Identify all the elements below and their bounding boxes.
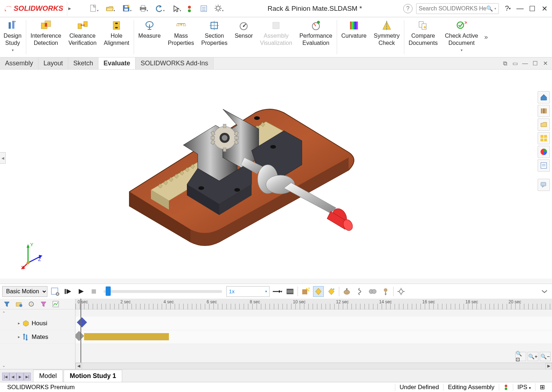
orientation-triad[interactable]: Y Z X <box>21 241 46 270</box>
clearance-verification-button[interactable]: Clearance Verification <box>65 17 100 57</box>
logo-menu-arrow[interactable]: ▶ <box>67 1 73 16</box>
open-document-button[interactable]: ▾ <box>102 3 118 15</box>
tree-expand-icon[interactable]: ▸ <box>18 321 20 326</box>
scroll-left-icon[interactable]: ◀ <box>75 363 82 369</box>
add-key-icon[interactable]: + <box>326 286 337 297</box>
symmetry-check-button[interactable]: Symmetry Check <box>370 17 403 57</box>
autokey-icon[interactable] <box>313 286 324 297</box>
help-search-box[interactable]: 🔍 ▾ <box>416 3 499 14</box>
bottom-tab-model[interactable]: Model <box>33 370 63 382</box>
window-close-button[interactable]: ✕ <box>538 3 551 15</box>
filter-results-icon[interactable] <box>38 299 49 309</box>
hole-alignment-button[interactable]: Hole Alignment <box>100 17 133 57</box>
custom-properties-icon[interactable] <box>538 159 550 172</box>
tab-evaluate[interactable]: Evaluate <box>98 57 135 69</box>
ribbon-overflow-button[interactable]: » <box>482 17 490 57</box>
keyframe-icon[interactable] <box>75 331 84 341</box>
tab-nav-next-icon[interactable]: ▶ <box>17 373 24 381</box>
curvature-button[interactable]: Curvature <box>338 17 370 57</box>
status-rebuild-icon[interactable] <box>499 384 513 391</box>
tree-item-mates[interactable]: ▸ Mates <box>0 330 75 344</box>
timeline-tracks[interactable]: 0 sec 2 sec 4 sec 6 sec 8 sec 10 sec 12 … <box>75 299 552 369</box>
tab-nav-first-icon[interactable]: |◀ <box>2 373 9 381</box>
tab-assembly[interactable]: Assembly <box>0 57 38 69</box>
appearances-icon[interactable] <box>538 146 550 158</box>
viewport-minimize-icon[interactable]: — <box>521 60 529 67</box>
timeline-slider[interactable] <box>104 290 222 293</box>
help-web-icon[interactable]: ? <box>403 4 413 13</box>
file-properties-button[interactable] <box>198 3 210 15</box>
zoom-out-timeline-icon[interactable]: 🔍− <box>540 352 551 361</box>
undo-button[interactable]: ▾ <box>152 3 167 15</box>
timeline-ruler[interactable]: 0 sec 2 sec 4 sec 6 sec 8 sec 10 sec 12 … <box>75 299 552 309</box>
filter-driving-icon[interactable] <box>14 299 24 309</box>
design-study-button[interactable]: Design Study ▾ <box>0 17 25 57</box>
timeline-bar[interactable] <box>84 333 169 340</box>
playback-mode-icon[interactable]: ▾ <box>272 286 282 297</box>
bottom-tab-motion-study[interactable]: Motion Study 1 <box>64 370 122 382</box>
play-from-start-icon[interactable] <box>63 286 73 297</box>
viewport-maximize-icon[interactable]: ☐ <box>531 60 539 67</box>
viewport-close-icon[interactable]: ✕ <box>541 60 549 67</box>
print-button[interactable]: ▾ <box>135 3 151 15</box>
tab-sketch[interactable]: Sketch <box>68 57 98 69</box>
file-explorer-icon[interactable] <box>538 118 550 131</box>
collapse-motion-icon[interactable] <box>539 286 550 297</box>
select-button[interactable]: ▾ <box>168 3 184 15</box>
status-custom-icon[interactable]: ⊞ <box>535 383 549 391</box>
contact-icon[interactable] <box>367 286 378 297</box>
timeline-track-housing[interactable] <box>75 317 552 330</box>
performance-evaluation-button[interactable]: Performance Evaluation <box>296 17 336 57</box>
zoom-in-timeline-icon[interactable]: 🔍+ <box>528 352 538 361</box>
tree-scroll-up-icon[interactable]: ⌃ <box>2 311 5 316</box>
tree-item-housing[interactable]: ▸ Housi <box>0 317 75 330</box>
section-properties-button[interactable]: Section Properties <box>198 17 231 57</box>
results-plot-icon[interactable] <box>50 299 61 309</box>
keyframe-icon[interactable] <box>77 317 87 327</box>
tree-scroll-down-icon[interactable]: ⌄ <box>2 363 5 368</box>
animation-wizard-icon[interactable] <box>300 286 311 297</box>
tab-nav-last-icon[interactable]: ▶| <box>24 373 31 381</box>
viewport-tile-icon[interactable]: ▭ <box>511 60 519 67</box>
panel-expand-handle[interactable]: ◀ <box>0 152 6 164</box>
measure-button[interactable]: Measure <box>135 17 164 57</box>
viewport-restore-icon[interactable]: ⧉ <box>501 60 509 67</box>
search-dropdown-icon[interactable]: ▾ <box>494 7 496 10</box>
stop-icon[interactable] <box>88 286 99 297</box>
mass-properties-button[interactable]: Mass Properties <box>164 17 198 57</box>
filter-animated-icon[interactable] <box>1 299 12 309</box>
new-document-button[interactable]: ▾ <box>86 3 101 15</box>
save-animation-icon[interactable] <box>285 286 295 297</box>
help-search-input[interactable] <box>419 5 486 12</box>
help-button[interactable]: ? ▾ <box>502 3 514 15</box>
timeline-track-mates[interactable] <box>75 330 552 344</box>
options-button[interactable]: ▾ <box>211 3 226 15</box>
motor-icon[interactable] <box>341 286 352 297</box>
check-active-document-button[interactable]: ✕ Check Active Document ▾ <box>441 17 482 57</box>
save-document-button[interactable]: ▾ <box>119 3 134 15</box>
solidworks-resources-icon[interactable] <box>538 91 550 103</box>
playback-speed-select[interactable]: 1x▾ <box>226 286 270 297</box>
motion-type-select[interactable]: Basic Motion <box>2 286 47 297</box>
compare-documents-button[interactable]: Compare Documents <box>405 17 441 57</box>
timeline-slider-handle[interactable] <box>106 286 111 296</box>
rebuild-button[interactable] <box>185 3 197 15</box>
calculate-icon[interactable] <box>50 286 60 297</box>
window-maximize-button[interactable]: ☐ <box>526 3 538 15</box>
tree-expand-icon[interactable]: ▸ <box>18 335 20 339</box>
sensor-button[interactable]: Sensor <box>231 17 257 57</box>
zoom-fit-timeline-icon[interactable]: 🔍⊡ <box>515 352 526 361</box>
timeline-scrollbar[interactable]: ◀ ▶ <box>75 363 552 369</box>
tab-addins[interactable]: SOLIDWORKS Add-Ins <box>135 57 213 69</box>
scroll-right-icon[interactable]: ▶ <box>546 363 552 369</box>
design-library-icon[interactable] <box>538 105 550 117</box>
tab-layout[interactable]: Layout <box>38 57 68 69</box>
interference-detection-button[interactable]: Interference Detection <box>27 17 65 57</box>
status-units[interactable]: IPS ▾ <box>513 384 535 391</box>
spring-icon[interactable] <box>354 286 365 297</box>
window-minimize-button[interactable]: — <box>514 3 526 15</box>
timeline-playhead[interactable] <box>80 299 81 369</box>
gravity-icon[interactable] <box>380 286 391 297</box>
view-palette-icon[interactable] <box>538 132 550 144</box>
motion-study-properties-icon[interactable] <box>396 286 406 297</box>
